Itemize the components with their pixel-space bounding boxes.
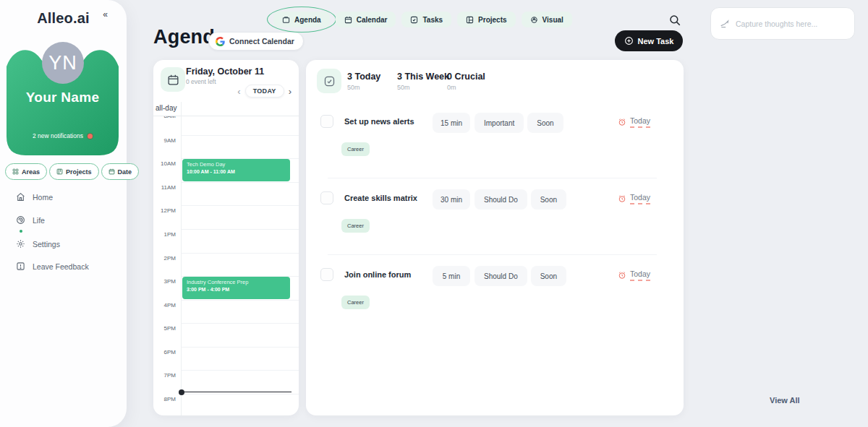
task-duration-pill[interactable]: 15 min bbox=[433, 113, 470, 133]
tab-visual[interactable]: Visual bbox=[522, 12, 572, 27]
task-divider bbox=[328, 178, 657, 178]
filter-date-label: Date bbox=[118, 168, 132, 176]
plus-circle-icon bbox=[624, 36, 634, 46]
filter-date[interactable]: Date bbox=[101, 163, 140, 180]
gear-icon bbox=[16, 239, 25, 249]
stat-this-week-time: 50m bbox=[397, 84, 447, 91]
tab-calendar[interactable]: Calendar bbox=[336, 12, 396, 27]
notification-dot-icon bbox=[88, 134, 93, 139]
user-name: Your Name bbox=[7, 90, 119, 105]
sidebar-item-feedback[interactable]: Leave Feedback bbox=[16, 262, 89, 271]
task-due[interactable]: Today bbox=[618, 269, 650, 281]
calendar-icon bbox=[344, 16, 352, 24]
capture-thoughts-input[interactable] bbox=[736, 20, 846, 28]
task-checkbox[interactable] bbox=[320, 115, 333, 128]
stat-today: 3 Today 50m bbox=[347, 72, 397, 91]
task-tag-career[interactable]: Career bbox=[341, 142, 370, 156]
hour-line bbox=[181, 323, 299, 324]
tab-visual-label: Visual bbox=[542, 16, 563, 24]
hour-line bbox=[181, 205, 299, 206]
hour-label: 11AM bbox=[153, 184, 176, 191]
tasks-icon bbox=[410, 16, 418, 24]
tab-tasks[interactable]: Tasks bbox=[401, 12, 451, 27]
search-icon[interactable] bbox=[668, 14, 681, 27]
tab-calendar-label: Calendar bbox=[357, 16, 388, 24]
connect-calendar-button[interactable]: Connect Calendar bbox=[208, 32, 304, 51]
sidebar-item-home[interactable]: Home bbox=[16, 192, 53, 202]
task-tag-career[interactable]: Career bbox=[341, 296, 370, 309]
task-due[interactable]: Today bbox=[618, 193, 650, 204]
calendar-icon bbox=[167, 74, 179, 86]
calendar-event[interactable]: Industry Conference Prep 3:00 PM - 4:00 … bbox=[182, 277, 290, 299]
today-button[interactable]: TODAY bbox=[245, 85, 284, 98]
notifications-label: 2 new notifications bbox=[33, 132, 83, 139]
task-urgency-pill[interactable]: Soon bbox=[527, 113, 563, 133]
task-priority-pill[interactable]: Important bbox=[475, 113, 524, 133]
sidebar-item-life[interactable]: Life bbox=[16, 215, 45, 225]
task-due[interactable]: Today bbox=[618, 116, 650, 128]
projects-icon bbox=[466, 16, 474, 24]
hour-label: 3PM bbox=[153, 278, 176, 285]
hour-line bbox=[181, 370, 299, 371]
sidebar-item-settings[interactable]: Settings bbox=[16, 239, 60, 249]
sidebar-item-life-label: Life bbox=[33, 216, 45, 225]
filter-projects[interactable]: Projects bbox=[49, 163, 99, 180]
home-icon bbox=[16, 192, 25, 202]
hour-label: 1PM bbox=[153, 231, 176, 238]
hour-label: 8PM bbox=[153, 396, 176, 402]
hour-label: 10AM bbox=[153, 160, 176, 167]
hour-line bbox=[181, 394, 299, 394]
task-row: Set up news alerts 15 min Important Soon… bbox=[320, 113, 669, 181]
task-title[interactable]: Create skills matrix bbox=[344, 194, 417, 202]
next-day-icon[interactable]: › bbox=[289, 87, 292, 96]
task-duration-pill[interactable]: 5 min bbox=[433, 266, 470, 286]
task-divider bbox=[328, 254, 657, 255]
task-urgency-pill[interactable]: Soon bbox=[531, 189, 566, 210]
hour-label: 5PM bbox=[153, 325, 176, 332]
view-all-link[interactable]: View All bbox=[770, 396, 800, 405]
new-task-button[interactable]: New Task bbox=[615, 30, 683, 51]
stat-today-count: 3 Today bbox=[347, 72, 397, 82]
task-title[interactable]: Join online forum bbox=[344, 270, 411, 279]
calendar-panel: Friday, October 11 0 event left ‹ TODAY … bbox=[153, 60, 299, 415]
tasks-panel: 3 Today 50m 3 This Week 50m 0 Crucial 0m… bbox=[306, 60, 684, 415]
feedback-icon bbox=[16, 262, 25, 271]
filter-areas[interactable]: Areas bbox=[5, 163, 47, 180]
task-checkbox[interactable] bbox=[320, 191, 333, 204]
calendar-event[interactable]: Tech Demo Day 10:00 AM - 11:00 AM bbox=[182, 159, 290, 181]
hour-line bbox=[181, 253, 299, 254]
task-duration-pill[interactable]: 30 min bbox=[433, 189, 470, 210]
hour-line bbox=[181, 182, 299, 183]
tab-projects[interactable]: Projects bbox=[457, 12, 515, 27]
calendar-header-icon-box bbox=[161, 67, 185, 92]
new-task-label: New Task bbox=[638, 37, 674, 46]
stat-crucial-count: 0 Crucial bbox=[447, 72, 485, 82]
task-tag-career[interactable]: Career bbox=[341, 219, 370, 233]
active-indicator-dot bbox=[20, 230, 22, 233]
task-urgency-pill[interactable]: Soon bbox=[531, 266, 566, 286]
agenda-icon bbox=[282, 16, 290, 24]
hour-line bbox=[181, 300, 299, 301]
tab-agenda-label: Agenda bbox=[294, 16, 321, 24]
task-priority-pill[interactable]: Should Do bbox=[475, 189, 527, 210]
calendar-time-grid: 8AM 9AM 10AM 11AM 12PM 1PM 2PM 3PM 4PM 5… bbox=[153, 102, 299, 415]
tab-agenda[interactable]: Agenda bbox=[273, 12, 330, 27]
task-title[interactable]: Set up news alerts bbox=[344, 117, 414, 126]
collapse-sidebar-icon[interactable]: « bbox=[103, 9, 108, 20]
task-priority-pill[interactable]: Should Do bbox=[475, 266, 527, 286]
life-icon bbox=[16, 215, 25, 225]
areas-icon bbox=[12, 168, 19, 175]
task-checkbox[interactable] bbox=[320, 268, 333, 281]
logo-suffix: .ai bbox=[73, 10, 90, 26]
alarm-clock-icon bbox=[618, 118, 626, 126]
stat-this-week: 3 This Week 50m bbox=[397, 72, 447, 91]
current-time-line bbox=[181, 392, 292, 392]
avatar[interactable]: YN bbox=[42, 42, 84, 84]
task-stats: 3 Today 50m 3 This Week 50m 0 Crucial 0m bbox=[347, 72, 485, 91]
prev-day-icon[interactable]: ‹ bbox=[237, 87, 240, 96]
current-time-dot[interactable] bbox=[179, 389, 184, 395]
stat-today-time: 50m bbox=[347, 84, 397, 91]
notifications[interactable]: 2 new notifications bbox=[7, 132, 119, 139]
time-column-divider bbox=[181, 102, 182, 415]
sidebar-filters: Areas Projects Date bbox=[5, 163, 139, 180]
